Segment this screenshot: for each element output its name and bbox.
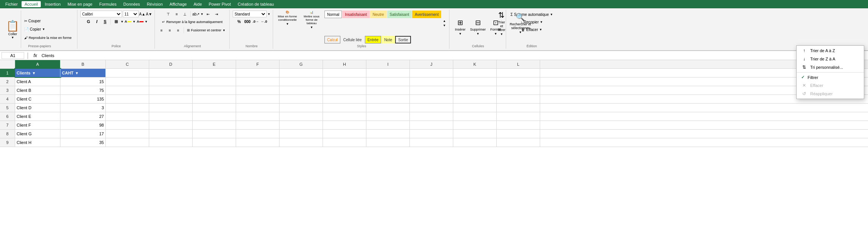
row-num-8[interactable]: 8: [0, 130, 15, 138]
border-button[interactable]: ⊞: [112, 18, 120, 25]
couper-button[interactable]: ✂Couper: [23, 17, 73, 25]
cell-D1[interactable]: [149, 69, 193, 77]
formula-input[interactable]: [40, 53, 866, 58]
cell-H3[interactable]: [323, 86, 366, 94]
cell-E3[interactable]: [193, 86, 236, 94]
indent-decrease-button[interactable]: ⇤: [204, 11, 212, 17]
cell-K1[interactable]: [453, 69, 497, 77]
cell-F9[interactable]: [236, 138, 280, 147]
style-cellule-liee[interactable]: Cellule liée: [341, 36, 364, 43]
cell-A3[interactable]: Client B: [15, 86, 60, 94]
cell-H2[interactable]: [323, 77, 366, 86]
cell-D3[interactable]: [149, 86, 193, 94]
effacer-item[interactable]: ✕ Effacer: [797, 81, 864, 90]
menu-item-donnees[interactable]: Données: [120, 1, 143, 7]
mettre-sous-forme-button[interactable]: 📊 Mettre sous forme de tableau ▼: [300, 11, 323, 29]
cell-I6[interactable]: [366, 112, 410, 121]
row-num-3[interactable]: 3: [0, 86, 15, 94]
cell-I9[interactable]: [366, 138, 410, 147]
cell-J4[interactable]: [410, 95, 453, 103]
menu-item-revision[interactable]: Révision: [144, 1, 166, 7]
cell-C4[interactable]: [106, 95, 149, 103]
cell-J3[interactable]: [410, 86, 453, 94]
align-top-button[interactable]: ⊤: [165, 11, 172, 17]
style-neutre[interactable]: Neutre: [370, 11, 387, 18]
col-header-H[interactable]: H: [323, 60, 366, 68]
thousand-sep-button[interactable]: 000: [244, 18, 251, 25]
cell-D6[interactable]: [149, 112, 193, 121]
cell-F8[interactable]: [236, 130, 280, 138]
row-num-4[interactable]: 4: [0, 95, 15, 103]
filter-dropdown-B1[interactable]: ▼: [75, 71, 79, 75]
row-num-1[interactable]: 1: [0, 69, 15, 77]
cell-C3[interactable]: [106, 86, 149, 94]
font-size-decrease-button[interactable]: A▼: [146, 11, 152, 17]
cell-H4[interactable]: [323, 95, 366, 103]
align-center-button[interactable]: ≡: [166, 27, 174, 34]
row-num-9[interactable]: 9: [0, 138, 15, 147]
reproduire-button[interactable]: 🖌Reproduire la mise en forme: [23, 34, 73, 42]
trier-z-a-item[interactable]: ↓ Trier de Z à A: [797, 55, 864, 63]
filtrer-item[interactable]: ✓ Filtrer: [797, 73, 864, 81]
cell-D8[interactable]: [149, 130, 193, 138]
cell-B5[interactable]: 3: [60, 104, 106, 112]
cell-K6[interactable]: [453, 112, 497, 121]
bold-button[interactable]: G: [85, 18, 92, 25]
col-header-K[interactable]: K: [453, 60, 497, 68]
cell-F7[interactable]: [236, 121, 280, 129]
cell-F2[interactable]: [236, 77, 280, 86]
cell-G6[interactable]: [280, 112, 323, 121]
style-calcul[interactable]: Calcul: [324, 36, 340, 43]
style-normal[interactable]: Normal: [324, 11, 342, 18]
menu-item-creation-tableau[interactable]: Création de tableau: [235, 1, 277, 7]
cell-H6[interactable]: [323, 112, 366, 121]
cell-K5[interactable]: [453, 104, 497, 112]
cell-H1[interactable]: [323, 69, 366, 77]
copier-button[interactable]: 📄Copier▼: [23, 26, 73, 33]
cell-L5[interactable]: [497, 104, 540, 112]
cell-E5[interactable]: [193, 104, 236, 112]
align-right-button[interactable]: ≡: [175, 27, 182, 34]
cell-A6[interactable]: Client E: [15, 112, 60, 121]
cell-E2[interactable]: [193, 77, 236, 86]
cell-E1[interactable]: [193, 69, 236, 77]
cell-A1[interactable]: Clients ▼: [15, 69, 60, 77]
supprimer-button[interactable]: ⊟ Supprimer ▼: [468, 15, 488, 40]
cell-G9[interactable]: [280, 138, 323, 147]
cell-K2[interactable]: [453, 77, 497, 86]
cell-B4[interactable]: 135: [60, 95, 106, 103]
cell-I5[interactable]: [366, 104, 410, 112]
cell-K4[interactable]: [453, 95, 497, 103]
cell-D9[interactable]: [149, 138, 193, 147]
cell-L8[interactable]: [497, 130, 540, 138]
cell-B3[interactable]: 75: [60, 86, 106, 94]
fill-color-button[interactable]: A: [124, 18, 132, 25]
cell-F3[interactable]: [236, 86, 280, 94]
cell-L6[interactable]: [497, 112, 540, 121]
cell-C1[interactable]: [106, 69, 149, 77]
cell-F6[interactable]: [236, 112, 280, 121]
italic-button[interactable]: I: [93, 18, 100, 25]
cell-I2[interactable]: [366, 77, 410, 86]
row-num-5[interactable]: 5: [0, 104, 15, 112]
indent-increase-button[interactable]: ⇥: [213, 11, 220, 17]
col-header-A[interactable]: A: [15, 60, 60, 68]
style-avertissement[interactable]: Avertissement: [412, 11, 441, 18]
menu-item-insertion[interactable]: Insertion: [42, 1, 63, 7]
cell-E8[interactable]: [193, 130, 236, 138]
inserer-button[interactable]: ⊞ Insérer ▼: [453, 15, 468, 40]
font-size-increase-button[interactable]: A▲: [139, 11, 145, 17]
cell-D5[interactable]: [149, 104, 193, 112]
cell-B2[interactable]: 15: [60, 77, 106, 86]
cell-D2[interactable]: [149, 77, 193, 86]
cell-K8[interactable]: [453, 130, 497, 138]
text-direction-button[interactable]: ab↗: [192, 11, 200, 17]
font-color-button[interactable]: A: [136, 18, 144, 25]
trier-filtrer-button[interactable]: ⇅ Trier et filtrer ▼: [496, 11, 508, 36]
cell-B6[interactable]: 27: [60, 112, 106, 121]
reappliquer-item[interactable]: ↺ Réappliquer: [797, 90, 864, 98]
cell-J1[interactable]: [410, 69, 453, 77]
cell-E4[interactable]: [193, 95, 236, 103]
coller-button[interactable]: 📋 Coller ▼: [5, 11, 21, 48]
row-num-7[interactable]: 7: [0, 121, 15, 129]
